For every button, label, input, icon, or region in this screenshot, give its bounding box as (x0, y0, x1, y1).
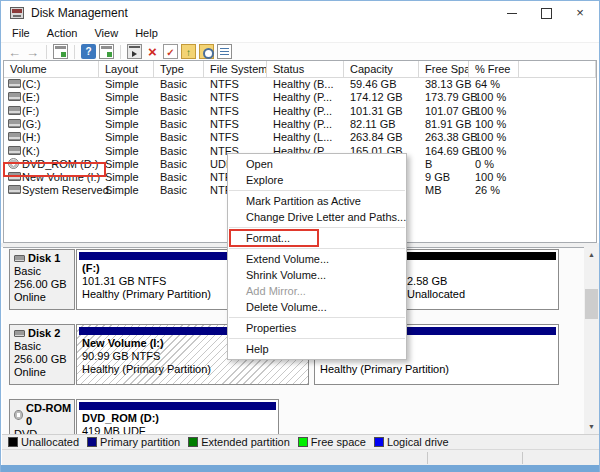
cell-status: Healthy (B... (273, 78, 334, 90)
volume-row-g[interactable]: (G:)SimpleBasicNTFSHealthy (P...82.11 GB… (4, 118, 596, 131)
column-header-volume[interactable]: Volume (4, 61, 99, 78)
column-header-layout[interactable]: Layout (99, 61, 154, 78)
volume-row-f[interactable]: (F:)SimpleBasicNTFSHealthy (P...101.31 G… (4, 105, 596, 118)
partition-status: Healthy (Primary Partition) (82, 363, 308, 376)
window-bottom-edge (1, 465, 599, 472)
cell-type: Basic (160, 105, 187, 117)
annotation-box-new-volume (3, 162, 106, 177)
menu-item-delete-volume[interactable]: Delete Volume... (228, 299, 406, 315)
popup-icon[interactable] (127, 44, 142, 59)
legend-label: Primary partition (100, 436, 180, 448)
menu-item-explore[interactable]: Explore (228, 172, 406, 188)
menu-separator (229, 338, 405, 339)
partition-size: 419 MB UDF (82, 425, 278, 434)
cell-type: Basic (160, 131, 187, 143)
cell-volume: (F:) (22, 105, 39, 117)
disk-name: Disk 2 (14, 327, 74, 340)
volume-row-c[interactable]: (C:)SimpleBasicNTFSHealthy (B...59.46 GB… (4, 78, 596, 91)
legend-label: Logical drive (387, 436, 449, 448)
context-menu: OpenExploreMark Partition as ActiveChang… (227, 153, 407, 360)
minimize-button[interactable] (495, 1, 529, 25)
console-window-icon[interactable] (53, 44, 68, 59)
column-header-capacity[interactable]: Capacity (344, 61, 419, 78)
menu-separator (229, 317, 405, 318)
cell-type: Basic (160, 118, 187, 130)
disk-pane-scrollbar[interactable]: ▲ ▼ (584, 247, 599, 434)
disk-size: 256.00 GB (14, 278, 74, 291)
column-header-file-system[interactable]: File System (204, 61, 267, 78)
scroll-up-arrow[interactable]: ▲ (584, 247, 599, 262)
delete-icon[interactable] (145, 44, 160, 59)
menu-item-change-drive-letter-and-paths[interactable]: Change Drive Letter and Paths... (228, 209, 406, 225)
partition-dvd-rom-d[interactable]: DVD_ROM (D:)419 MB UDFHealthy (Primary P… (76, 399, 279, 434)
cell-type: Basic (160, 78, 187, 90)
disk-header-disk-2[interactable]: Disk 2Basic256.00 GBOnline (9, 324, 75, 385)
properties-icon[interactable] (217, 44, 232, 59)
disk-header-disk-1[interactable]: Disk 1Basic256.00 GBOnline (9, 249, 75, 310)
partition-text: DVD_ROM (D:)419 MB UDFHealthy (Primary P… (77, 412, 278, 434)
cell-pct: 100 % (475, 171, 506, 183)
partition-status: Healthy (Primary Partition) (320, 363, 558, 376)
column-header-blank[interactable] (519, 61, 596, 78)
folder-up-icon[interactable] (181, 44, 196, 59)
close-button[interactable]: × (563, 1, 597, 25)
menu-item-mark-partition-as-active[interactable]: Mark Partition as Active (228, 193, 406, 209)
back-icon[interactable] (7, 44, 22, 59)
disk-header-cd-rom-0[interactable]: CD-ROM 0DVD419 MBOnline (9, 399, 75, 434)
cell-pct: 100 % (475, 131, 506, 143)
cell-free: 9 GB (425, 171, 450, 183)
legend-extended-partition: Extended partition (188, 436, 290, 448)
column-header-free-spa[interactable]: Free Spa... (419, 61, 469, 78)
cell-free: 81.91 GB (425, 118, 471, 130)
scrollbar-thumb[interactable] (585, 289, 598, 319)
cell-fs: NTFS (210, 131, 239, 143)
menu-item-help[interactable]: Help (228, 341, 406, 357)
volume-row-h[interactable]: (H:)SimpleBasicNTFSHealthy (L...263.84 G… (4, 131, 596, 144)
menu-action[interactable]: Action (40, 25, 85, 41)
disk-status: Online (14, 366, 74, 379)
column-header-type[interactable]: Type (154, 61, 204, 78)
checklist-icon[interactable] (163, 44, 178, 59)
menu-help[interactable]: Help (128, 25, 165, 41)
menu-view[interactable]: View (87, 25, 125, 41)
cell-pct: 100 % (475, 118, 506, 130)
menu-item-shrink-volume[interactable]: Shrink Volume... (228, 267, 406, 283)
menu-item-format[interactable]: Format... (228, 230, 406, 246)
cell-layout: Simple (105, 118, 139, 130)
legend-unallocated: Unallocated (8, 436, 79, 448)
menu-item-extend-volume[interactable]: Extend Volume... (228, 251, 406, 267)
folder-search-icon[interactable] (199, 44, 214, 59)
toolbar (1, 42, 599, 60)
console-tree-icon[interactable] (99, 44, 114, 59)
cell-free: 38.13 GB (425, 78, 471, 90)
hard-drive-icon (8, 92, 21, 101)
menu-item-add-mirror[interactable]: Add Mirror... (228, 283, 406, 299)
volume-row-e[interactable]: (E:)SimpleBasicNTFSHealthy (P...174.12 G… (4, 91, 596, 104)
cell-capacity: 263.84 GB (350, 131, 403, 143)
status-bar (2, 449, 599, 465)
menu-item-open[interactable]: Open (228, 156, 406, 172)
cell-status: Healthy (P... (273, 91, 332, 103)
cell-layout: Simple (105, 105, 139, 117)
scroll-down-arrow[interactable]: ▼ (584, 419, 599, 434)
status-separator (427, 452, 428, 464)
legend-label: Extended partition (201, 436, 290, 448)
window-title: Disk Management (31, 6, 128, 20)
forward-icon[interactable] (25, 44, 40, 59)
cell-fs: NTFS (210, 105, 239, 117)
menu-bar: File Action View Help (1, 25, 599, 42)
maximize-button[interactable] (529, 1, 563, 25)
column-header-free[interactable]: % Free (469, 61, 519, 78)
column-header-status[interactable]: Status (267, 61, 344, 78)
menu-item-properties[interactable]: Properties (228, 320, 406, 336)
menu-file[interactable]: File (5, 25, 37, 41)
disk-name: Disk 1 (14, 252, 74, 265)
status-separator (522, 452, 523, 464)
help-icon[interactable] (81, 44, 96, 59)
cd-drive-icon (14, 410, 23, 420)
legend-swatch (8, 437, 18, 447)
cell-volume: (G:) (22, 118, 41, 130)
hard-drive-icon (8, 79, 21, 88)
legend-swatch (298, 437, 308, 447)
hard-drive-icon (8, 119, 21, 128)
